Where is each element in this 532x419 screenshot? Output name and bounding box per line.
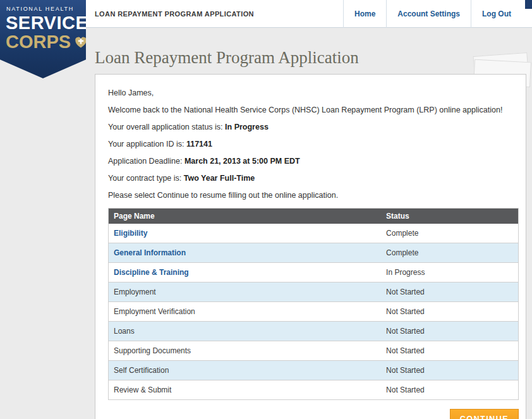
page-link-general-information[interactable]: General Information — [114, 248, 186, 257]
nav-log-out[interactable]: Log Out — [471, 0, 522, 28]
page-name-review-submit: Review & Submit — [114, 386, 171, 394]
status-cell: Complete — [381, 224, 518, 243]
logo-text-national-health: NATIONAL HEALTH — [6, 6, 86, 12]
page-name-loans: Loans — [114, 327, 135, 336]
deadline-line: Application Deadline: March 21, 2013 at … — [108, 157, 519, 166]
table-row: Review & Submit Not Started — [109, 380, 519, 400]
application-id-value: 117141 — [186, 140, 212, 149]
nav-account-settings[interactable]: Account Settings — [386, 0, 471, 28]
column-header-status: Status — [381, 209, 518, 224]
status-cell: Not Started — [381, 361, 518, 380]
column-header-page-name: Page Name — [109, 209, 382, 224]
status-cell: In Progress — [381, 263, 518, 282]
page-link-eligibility[interactable]: Eligibility — [114, 229, 147, 238]
nhsc-logo: NATIONAL HEALTH SERVICE CORPS — [0, 0, 86, 78]
status-cell: Complete — [381, 243, 518, 263]
status-cell: Not Started — [381, 341, 518, 361]
greeting-text: Hello James, — [108, 88, 519, 98]
table-header-row: Page Name Status — [109, 209, 519, 224]
page-name-supporting-documents: Supporting Documents — [114, 346, 191, 355]
application-pages-table: Page Name Status Eligibility Complete Ge… — [108, 208, 519, 400]
table-row: General Information Complete — [109, 243, 519, 263]
heart-with-cross-icon — [74, 34, 88, 49]
table-row: Loans Not Started — [109, 322, 519, 341]
status-cell: Not Started — [381, 302, 518, 322]
instruction-text: Please select Continue to resume filling… — [108, 191, 519, 200]
header-app-title: LOAN REPAYMENT PROGRAM APPLICATION — [95, 0, 254, 28]
button-row: CONTINUE — [108, 409, 519, 419]
page-title: Loan Repayment Program Application — [95, 48, 359, 68]
table-row: Eligibility Complete — [109, 224, 519, 243]
table-row: Employment Not Started — [109, 282, 519, 302]
status-cell: Not Started — [381, 282, 518, 302]
nav-home[interactable]: Home — [343, 0, 386, 28]
corner-accent — [525, 0, 532, 9]
page-name-employment: Employment — [114, 288, 156, 296]
table-row: Self Certification Not Started — [109, 361, 519, 380]
deadline-value: March 21, 2013 at 5:00 PM EDT — [184, 157, 300, 166]
status-cell: Not Started — [381, 380, 518, 400]
table-row: Discipline & Training In Progress — [109, 263, 519, 282]
status-cell: Not Started — [381, 322, 518, 341]
logo-text-corps: CORPS — [6, 32, 86, 51]
welcome-text: Welcome back to the National Health Serv… — [108, 106, 519, 115]
contract-type-line: Your contract type is: Two Year Full-Tim… — [108, 174, 519, 183]
overall-status-value: In Progress — [225, 123, 269, 131]
overall-status-line: Your overall application status is: In P… — [108, 123, 519, 132]
page-name-self-certification: Self Certification — [114, 366, 169, 375]
logo-text-service: SERVICE — [6, 14, 86, 32]
table-row: Employment Verification Not Started — [109, 302, 519, 322]
application-status-card: Hello James, Welcome back to the Nationa… — [95, 74, 526, 419]
contract-type-value: Two Year Full-Time — [184, 174, 255, 183]
page-link-discipline-training[interactable]: Discipline & Training — [114, 268, 189, 277]
page-name-employment-verification: Employment Verification — [114, 307, 195, 316]
table-row: Supporting Documents Not Started — [109, 341, 519, 361]
header-nav: Home Account Settings Log Out — [343, 0, 522, 28]
application-id-line: Your application ID is: 117141 — [108, 140, 519, 149]
continue-button[interactable]: CONTINUE — [450, 409, 519, 419]
